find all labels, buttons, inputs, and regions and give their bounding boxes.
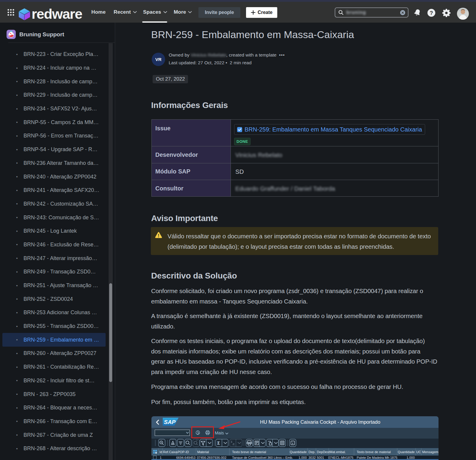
svg-text:Quantidade: Quantidade [398,450,415,454]
svg-text:UC: UC [416,450,421,454]
svg-text:∕Σ: ∕Σ [232,443,235,446]
svg-text:Σ: Σ [217,440,220,445]
svg-text:Material: Material [197,450,209,454]
svg-text:DepDest: DepDest [317,450,330,454]
svg-text:Quantidade: Quantidade [290,450,307,454]
svg-text:Id: Id [159,450,162,454]
svg-text:Texto breve de material: Texto breve de material [232,450,266,454]
svg-text:Mat.embal.: Mat.embal. [330,450,346,454]
svg-text:SAP: SAP [164,419,176,425]
svg-text:Dep.: Dep. [309,450,315,454]
svg-text:Mensagem: Mensagem [422,450,438,454]
svg-text:Texto breve de material: Texto breve de material [357,450,391,454]
svg-text:?: ? [430,10,433,16]
svg-text:Ref.Caixa: Ref.Caixa [163,450,178,454]
svg-text:POP-ID: POP-ID [178,450,189,454]
